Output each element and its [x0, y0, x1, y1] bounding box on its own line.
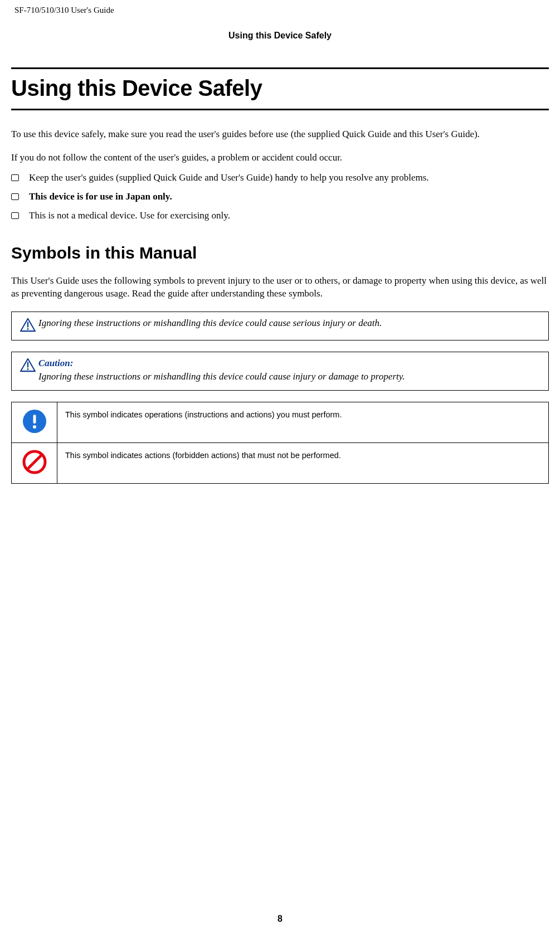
- symbol-cell: [12, 442, 57, 483]
- bullet-list: Keep the user's guides (supplied Quick G…: [11, 172, 549, 221]
- svg-rect-7: [33, 415, 36, 424]
- running-section-header: Using this Device Safely: [11, 31, 549, 41]
- caution-triangle-icon: [20, 358, 36, 372]
- list-item-text: This is not a medical device. Use for ex…: [29, 210, 230, 221]
- svg-point-2: [27, 328, 29, 330]
- intro-paragraph-2: If you do not follow the content of the …: [11, 152, 549, 163]
- symbol-description: This symbol indicates operations (instru…: [57, 402, 549, 442]
- caution-callout: Caution: Ignoring these instructions or …: [11, 352, 549, 391]
- caution-label: Caution:: [38, 358, 73, 369]
- must-do-icon: [22, 409, 47, 434]
- table-row: This symbol indicates operations (instru…: [12, 402, 549, 442]
- list-item-text: Keep the user's guides (supplied Quick G…: [29, 172, 429, 183]
- sub-heading: Symbols in this Manual: [11, 244, 549, 262]
- list-item: Keep the user's guides (supplied Quick G…: [11, 172, 549, 183]
- svg-point-5: [27, 368, 29, 370]
- svg-line-10: [27, 455, 42, 469]
- bullet-marker-icon: [11, 193, 19, 200]
- page-title: Using this Device Safely: [11, 76, 549, 101]
- symbol-cell: [12, 402, 57, 442]
- warning-callout: Ignoring these instructions or mishandli…: [11, 312, 549, 340]
- list-item-text: This device is for use in Japan only.: [29, 191, 172, 202]
- list-item: This device is for use in Japan only.: [11, 191, 549, 202]
- sub-intro-paragraph: This User's Guide uses the following sym…: [11, 275, 549, 300]
- list-item: This is not a medical device. Use for ex…: [11, 210, 549, 221]
- symbol-description: This symbol indicates actions (forbidden…: [57, 442, 549, 483]
- page-number: 8: [0, 914, 560, 924]
- header-doc-id: SF-710/510/310 User's Guide: [11, 0, 549, 15]
- bullet-marker-icon: [11, 212, 19, 219]
- symbol-explanation-table: This symbol indicates operations (instru…: [11, 402, 549, 484]
- table-row: This symbol indicates actions (forbidden…: [12, 442, 549, 483]
- title-block: Using this Device Safely: [11, 67, 549, 110]
- caution-text: Ignoring these instructions or mishandli…: [38, 371, 540, 382]
- warning-triangle-icon: [20, 318, 36, 332]
- intro-paragraph-1: To use this device safely, make sure you…: [11, 128, 549, 141]
- warning-text: Ignoring these instructions or mishandli…: [38, 318, 382, 329]
- bullet-marker-icon: [11, 174, 19, 181]
- svg-point-8: [33, 425, 36, 429]
- forbidden-icon: [22, 450, 47, 474]
